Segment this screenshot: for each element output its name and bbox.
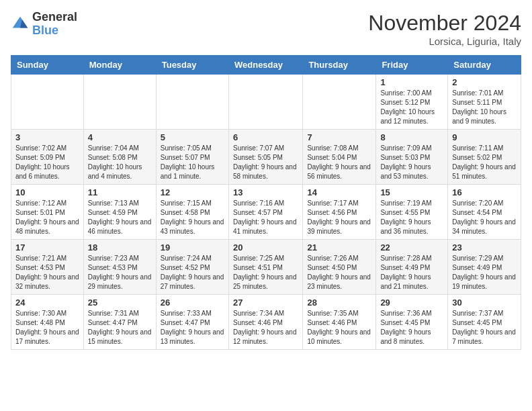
calendar-cell: 11Sunrise: 7:13 AM Sunset: 4:59 PM Dayli… bbox=[83, 185, 156, 240]
day-info: Sunrise: 7:00 AM Sunset: 5:12 PM Dayligh… bbox=[380, 89, 443, 126]
day-info: Sunrise: 7:01 AM Sunset: 5:11 PM Dayligh… bbox=[452, 89, 517, 126]
day-number: 6 bbox=[233, 132, 298, 142]
day-number: 26 bbox=[161, 298, 224, 308]
day-number: 4 bbox=[88, 132, 152, 142]
calendar-header-row: SundayMondayTuesdayWednesdayThursdayFrid… bbox=[11, 56, 521, 75]
day-number: 9 bbox=[452, 132, 517, 142]
day-number: 3 bbox=[15, 132, 79, 142]
day-number: 11 bbox=[88, 187, 152, 197]
logo: General Blue bbox=[11, 11, 77, 38]
calendar-cell: 18Sunrise: 7:23 AM Sunset: 4:53 PM Dayli… bbox=[83, 240, 156, 295]
calendar-cell: 29Sunrise: 7:36 AM Sunset: 4:45 PM Dayli… bbox=[376, 295, 448, 350]
day-info: Sunrise: 7:20 AM Sunset: 4:54 PM Dayligh… bbox=[452, 199, 517, 236]
day-info: Sunrise: 7:13 AM Sunset: 4:59 PM Dayligh… bbox=[88, 199, 152, 236]
calendar-cell: 5Sunrise: 7:05 AM Sunset: 5:07 PM Daylig… bbox=[156, 130, 228, 185]
day-number: 17 bbox=[15, 242, 79, 253]
calendar-cell: 13Sunrise: 7:16 AM Sunset: 4:57 PM Dayli… bbox=[228, 185, 302, 240]
day-number: 12 bbox=[161, 187, 224, 197]
calendar-cell bbox=[156, 75, 228, 130]
day-info: Sunrise: 7:11 AM Sunset: 5:02 PM Dayligh… bbox=[452, 144, 517, 181]
day-info: Sunrise: 7:07 AM Sunset: 5:05 PM Dayligh… bbox=[233, 144, 298, 181]
calendar-cell: 15Sunrise: 7:19 AM Sunset: 4:55 PM Dayli… bbox=[376, 185, 448, 240]
day-number: 29 bbox=[380, 298, 443, 308]
calendar-cell: 1Sunrise: 7:00 AM Sunset: 5:12 PM Daylig… bbox=[376, 75, 448, 130]
calendar-cell: 14Sunrise: 7:17 AM Sunset: 4:56 PM Dayli… bbox=[303, 185, 376, 240]
day-info: Sunrise: 7:25 AM Sunset: 4:51 PM Dayligh… bbox=[233, 254, 298, 291]
day-info: Sunrise: 7:15 AM Sunset: 4:58 PM Dayligh… bbox=[161, 199, 224, 236]
calendar-cell: 22Sunrise: 7:28 AM Sunset: 4:49 PM Dayli… bbox=[376, 240, 448, 295]
calendar-week-5: 24Sunrise: 7:30 AM Sunset: 4:48 PM Dayli… bbox=[11, 295, 521, 350]
day-number: 28 bbox=[307, 298, 371, 308]
calendar-cell: 27Sunrise: 7:34 AM Sunset: 4:46 PM Dayli… bbox=[228, 295, 302, 350]
day-number: 27 bbox=[233, 298, 298, 308]
calendar-cell: 6Sunrise: 7:07 AM Sunset: 5:05 PM Daylig… bbox=[228, 130, 302, 185]
calendar-cell bbox=[228, 75, 302, 130]
day-info: Sunrise: 7:36 AM Sunset: 4:45 PM Dayligh… bbox=[380, 309, 443, 347]
weekday-header-wednesday: Wednesday bbox=[228, 56, 302, 75]
calendar-table: SundayMondayTuesdayWednesdayThursdayFrid… bbox=[11, 55, 521, 350]
day-info: Sunrise: 7:08 AM Sunset: 5:04 PM Dayligh… bbox=[307, 144, 371, 181]
calendar-cell: 26Sunrise: 7:33 AM Sunset: 4:47 PM Dayli… bbox=[156, 295, 228, 350]
day-info: Sunrise: 7:26 AM Sunset: 4:50 PM Dayligh… bbox=[307, 254, 371, 291]
day-number: 2 bbox=[452, 77, 517, 87]
logo-text: General Blue bbox=[32, 11, 77, 38]
day-info: Sunrise: 7:35 AM Sunset: 4:46 PM Dayligh… bbox=[307, 309, 371, 347]
logo-icon bbox=[11, 15, 30, 34]
day-info: Sunrise: 7:12 AM Sunset: 5:01 PM Dayligh… bbox=[15, 199, 79, 236]
day-number: 30 bbox=[452, 298, 517, 308]
day-info: Sunrise: 7:34 AM Sunset: 4:46 PM Dayligh… bbox=[233, 309, 298, 347]
day-info: Sunrise: 7:28 AM Sunset: 4:49 PM Dayligh… bbox=[380, 254, 443, 291]
month-title: November 2024 bbox=[368, 11, 521, 36]
day-info: Sunrise: 7:24 AM Sunset: 4:52 PM Dayligh… bbox=[161, 254, 224, 291]
day-info: Sunrise: 7:19 AM Sunset: 4:55 PM Dayligh… bbox=[380, 199, 443, 236]
calendar-cell: 30Sunrise: 7:37 AM Sunset: 4:45 PM Dayli… bbox=[448, 295, 521, 350]
day-info: Sunrise: 7:16 AM Sunset: 4:57 PM Dayligh… bbox=[233, 199, 298, 236]
weekday-header-monday: Monday bbox=[83, 56, 156, 75]
calendar-week-2: 3Sunrise: 7:02 AM Sunset: 5:09 PM Daylig… bbox=[11, 130, 521, 185]
day-info: Sunrise: 7:30 AM Sunset: 4:48 PM Dayligh… bbox=[15, 309, 79, 347]
weekday-header-friday: Friday bbox=[376, 56, 448, 75]
day-number: 14 bbox=[307, 187, 371, 197]
calendar-cell bbox=[11, 75, 84, 130]
calendar-cell: 23Sunrise: 7:29 AM Sunset: 4:49 PM Dayli… bbox=[448, 240, 521, 295]
logo-general: General bbox=[32, 10, 77, 24]
calendar-week-1: 1Sunrise: 7:00 AM Sunset: 5:12 PM Daylig… bbox=[11, 75, 521, 130]
day-number: 25 bbox=[88, 298, 152, 308]
weekday-header-thursday: Thursday bbox=[303, 56, 376, 75]
weekday-header-saturday: Saturday bbox=[448, 56, 521, 75]
day-info: Sunrise: 7:04 AM Sunset: 5:08 PM Dayligh… bbox=[88, 144, 152, 181]
calendar-cell: 8Sunrise: 7:09 AM Sunset: 5:03 PM Daylig… bbox=[376, 130, 448, 185]
calendar-cell: 4Sunrise: 7:04 AM Sunset: 5:08 PM Daylig… bbox=[83, 130, 156, 185]
day-info: Sunrise: 7:17 AM Sunset: 4:56 PM Dayligh… bbox=[307, 199, 371, 236]
day-number: 16 bbox=[452, 187, 517, 197]
calendar-cell: 10Sunrise: 7:12 AM Sunset: 5:01 PM Dayli… bbox=[11, 185, 84, 240]
calendar-cell: 2Sunrise: 7:01 AM Sunset: 5:11 PM Daylig… bbox=[448, 75, 521, 130]
calendar-cell: 24Sunrise: 7:30 AM Sunset: 4:48 PM Dayli… bbox=[11, 295, 84, 350]
location-subtitle: Lorsica, Liguria, Italy bbox=[368, 36, 521, 47]
day-number: 19 bbox=[161, 242, 224, 253]
day-info: Sunrise: 7:37 AM Sunset: 4:45 PM Dayligh… bbox=[452, 309, 517, 347]
day-number: 22 bbox=[380, 242, 443, 253]
day-number: 24 bbox=[15, 298, 79, 308]
day-number: 10 bbox=[15, 187, 79, 197]
day-number: 5 bbox=[161, 132, 224, 142]
day-info: Sunrise: 7:21 AM Sunset: 4:53 PM Dayligh… bbox=[15, 254, 79, 291]
day-info: Sunrise: 7:02 AM Sunset: 5:09 PM Dayligh… bbox=[15, 144, 79, 181]
day-number: 18 bbox=[88, 242, 152, 253]
calendar-cell: 17Sunrise: 7:21 AM Sunset: 4:53 PM Dayli… bbox=[11, 240, 84, 295]
calendar-cell: 3Sunrise: 7:02 AM Sunset: 5:09 PM Daylig… bbox=[11, 130, 84, 185]
day-number: 1 bbox=[380, 77, 443, 87]
calendar-cell: 12Sunrise: 7:15 AM Sunset: 4:58 PM Dayli… bbox=[156, 185, 228, 240]
logo-blue: Blue bbox=[32, 24, 58, 37]
day-number: 15 bbox=[380, 187, 443, 197]
day-info: Sunrise: 7:29 AM Sunset: 4:49 PM Dayligh… bbox=[452, 254, 517, 291]
day-info: Sunrise: 7:09 AM Sunset: 5:03 PM Dayligh… bbox=[380, 144, 443, 181]
day-info: Sunrise: 7:33 AM Sunset: 4:47 PM Dayligh… bbox=[161, 309, 224, 347]
calendar-cell: 21Sunrise: 7:26 AM Sunset: 4:50 PM Dayli… bbox=[303, 240, 376, 295]
calendar-cell: 7Sunrise: 7:08 AM Sunset: 5:04 PM Daylig… bbox=[303, 130, 376, 185]
day-number: 23 bbox=[452, 242, 517, 253]
day-number: 21 bbox=[307, 242, 371, 253]
calendar-cell: 28Sunrise: 7:35 AM Sunset: 4:46 PM Dayli… bbox=[303, 295, 376, 350]
calendar-cell: 25Sunrise: 7:31 AM Sunset: 4:47 PM Dayli… bbox=[83, 295, 156, 350]
day-number: 7 bbox=[307, 132, 371, 142]
